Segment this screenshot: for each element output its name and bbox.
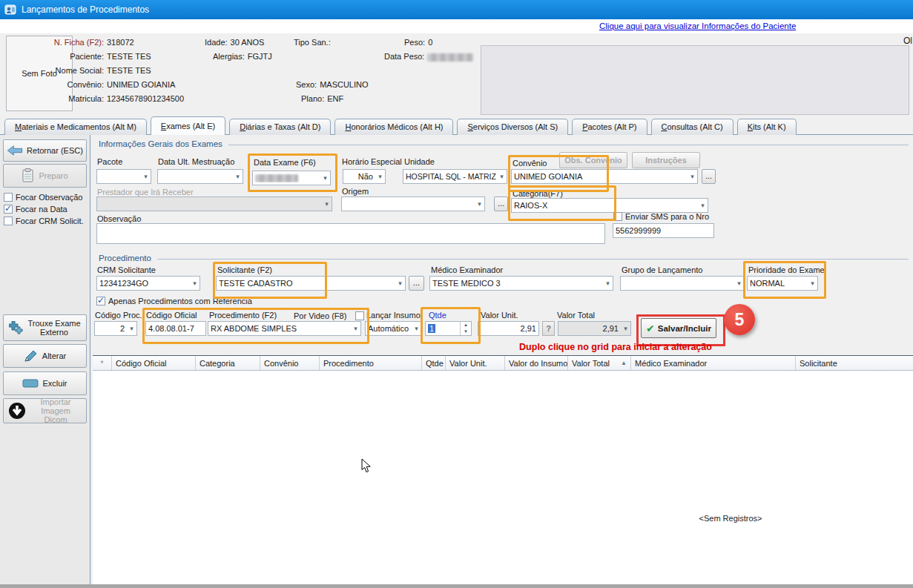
procedures-grid[interactable]: * Código Oficial Categoria Convênio Proc… <box>93 355 913 584</box>
empty-grid-message: <Sem Registros> <box>634 514 827 523</box>
preparo-button[interactable]: Preparo <box>3 164 87 188</box>
data-exame-label: Data Exame (F6) <box>254 158 316 167</box>
col-solicitante[interactable]: Solicitante <box>796 356 913 370</box>
field-sexo: Sexo:MASCULINO <box>296 80 369 89</box>
convenio-combo[interactable]: UNIMED GOIANIA▾ <box>511 169 698 184</box>
redacted-value <box>255 174 298 182</box>
origem-label: Origem <box>342 187 369 196</box>
instrucoes-button[interactable]: Instruções <box>632 152 700 168</box>
checkbox-icon <box>96 297 105 305</box>
salvar-incluir-button[interactable]: ✔Salvar/Incluir <box>641 318 716 338</box>
trouxe-exame-externo-button[interactable]: Trouxe Exame Externo <box>3 314 87 341</box>
focar-na-data-checkbox[interactable]: Focar na Data <box>4 205 67 214</box>
lancar-insumo-combo[interactable]: Automático▾ <box>365 321 422 336</box>
importar-dicom-button[interactable]: Importar Imagem Dicom <box>3 398 87 423</box>
apenas-referencia-checkbox[interactable]: Apenas Procedimentos com Referencia <box>96 297 252 305</box>
codigo-proc-combo[interactable]: 2▾ <box>94 321 137 336</box>
tab-exames[interactable]: Exames (Alt E) <box>151 116 225 135</box>
data-ult-combo[interactable]: ▾ <box>157 169 243 184</box>
focar-observacao-checkbox[interactable]: Focar Observação <box>4 193 82 202</box>
minus-bar-icon <box>22 379 39 388</box>
codigo-oficial-input[interactable]: 4.08.08.01-7 <box>145 321 206 336</box>
valor-unit-input[interactable]: 2,91 <box>478 321 539 336</box>
chevron-down-icon: ▾ <box>233 170 243 183</box>
field-matricula: Matricula:12345678901234500 <box>0 94 184 103</box>
crm-label: CRM Solicitante <box>97 265 156 274</box>
col-convenio[interactable]: Convênio <box>260 356 320 370</box>
field-nome-social: Nome Social:TESTE TES <box>0 66 151 75</box>
procedimento-combo[interactable]: RX ABDOME SIMPLES▾ <box>208 321 361 336</box>
spinner-arrows-icon[interactable]: ▲▼ <box>460 322 471 335</box>
field-alergias: Alergias:FGJTJ <box>213 52 272 61</box>
grid-body[interactable] <box>93 371 913 585</box>
col-qtde[interactable]: Qtde <box>422 356 446 370</box>
checkbox-icon <box>4 193 13 202</box>
solicitante-browse-button[interactable]: ... <box>409 276 424 291</box>
data-exame-combo[interactable]: ▾ <box>252 171 331 185</box>
prestador-label: Prestador que Irá Receber <box>97 188 194 196</box>
solicitante-combo[interactable]: TESTE CADASTRO▾ <box>216 276 406 291</box>
medico-combo[interactable]: TESTE MEDICO 3▾ <box>429 276 613 291</box>
col-valor-insumo[interactable]: Valor do Insumo <box>505 356 568 370</box>
col-procedimento[interactable]: Procedimento <box>320 356 422 370</box>
categoria-combo[interactable]: RAIOS-X▾ <box>511 198 708 213</box>
unidade-combo[interactable]: HOSPITAL SQL - MATRIZ▾ <box>403 169 507 184</box>
col-categoria[interactable]: Categoria <box>196 356 260 370</box>
valor-total-display: 2,91▾ <box>558 321 631 336</box>
checkbox-icon <box>4 205 13 214</box>
pencil-icon <box>24 349 39 363</box>
enviar-sms-checkbox[interactable]: Enviar SMS para o Nro <box>613 212 709 221</box>
horario-label: Horário Especial <box>342 157 402 166</box>
help-button[interactable]: ? <box>542 321 555 336</box>
col-valor-total[interactable]: Valor Total▲ <box>568 356 631 370</box>
pacote-combo[interactable]: ▾ <box>96 169 151 184</box>
excluir-button[interactable]: Excluir <box>3 371 87 395</box>
crm-combo[interactable]: 12341234GO▾ <box>96 276 200 291</box>
tab-kits[interactable]: Kits (Alt K) <box>737 119 797 135</box>
obs-convenio-button[interactable]: Obs. Convênio <box>559 152 627 168</box>
grupo-label: Grupo de Lançamento <box>622 265 702 274</box>
tab-materiais[interactable]: Materiais e Medicamentos (Alt M) <box>4 119 147 135</box>
por-video-label: Por Video (F8) <box>292 311 348 320</box>
chevron-down-icon: ▾ <box>497 170 507 183</box>
chevron-down-icon: ▾ <box>351 322 360 335</box>
origem-combo[interactable]: ▾ <box>341 196 485 211</box>
sidebar: Retornar (ESC) Preparo Focar Observação … <box>0 135 90 584</box>
grid-hint-text: Duplo clique no grid para iniciar a alte… <box>430 342 801 352</box>
origem-browse-button[interactable]: ... <box>494 196 508 211</box>
sms-number-input[interactable]: 5562999999 <box>613 223 714 238</box>
tab-consultas[interactable]: Consultas (Alt C) <box>651 119 734 135</box>
step-badge: 5 <box>724 304 755 335</box>
window-bottom-edge <box>0 584 913 588</box>
prioridade-combo[interactable]: NORMAL▾ <box>747 276 818 291</box>
tab-pacotes[interactable]: Pacotes (Alt P) <box>572 119 647 135</box>
data-ult-label: Data Ult. Mestruação <box>158 157 234 166</box>
section-info-gerais: Informações Gerais dos Exames <box>99 139 909 148</box>
grupo-combo[interactable]: ▾ <box>620 276 745 291</box>
convenio-browse-button[interactable]: ... <box>702 169 716 184</box>
chevron-down-icon: ▾ <box>375 170 385 183</box>
col-medico-examinador[interactable]: Médico Examinador <box>631 356 796 370</box>
chevron-down-icon: ▾ <box>603 277 613 290</box>
observacao-input[interactable] <box>96 223 605 244</box>
qtde-spinner[interactable]: 1 ▲▼ <box>425 321 472 336</box>
tab-honorarios[interactable]: Honorários Médicos (Alt H) <box>334 119 453 135</box>
focar-crm-checkbox[interactable]: Focar CRM Solicit. <box>4 217 84 225</box>
notes-panel <box>481 45 909 115</box>
retornar-button[interactable]: Retornar (ESC) <box>3 139 87 162</box>
tab-servicos[interactable]: Serviços Diversos (Alt S) <box>457 119 568 135</box>
observacao-label: Observação <box>97 214 141 223</box>
col-codigo-oficial[interactable]: Código Oficial <box>112 356 196 370</box>
tab-diarias[interactable]: Diárias e Taxas (Alt D) <box>229 119 331 135</box>
prioridade-label: Prioridade do Exame <box>748 265 825 274</box>
patient-info-link[interactable]: Clique aqui para visualizar Informações … <box>599 22 796 30</box>
procedimento-label: Procedimento (F2) <box>209 311 277 320</box>
chevron-down-icon: ▾ <box>475 197 484 211</box>
por-video-checkbox[interactable] <box>355 311 364 320</box>
window-title: Lançamentos de Procedimentos <box>22 4 149 15</box>
app-icon <box>4 4 16 16</box>
valor-unit-label: Valor Unit. <box>481 311 518 320</box>
alterar-button[interactable]: Alterar <box>3 344 87 368</box>
horario-combo[interactable]: Não▾ <box>343 169 386 184</box>
col-valor-unit[interactable]: Valor Unit. <box>446 356 505 370</box>
